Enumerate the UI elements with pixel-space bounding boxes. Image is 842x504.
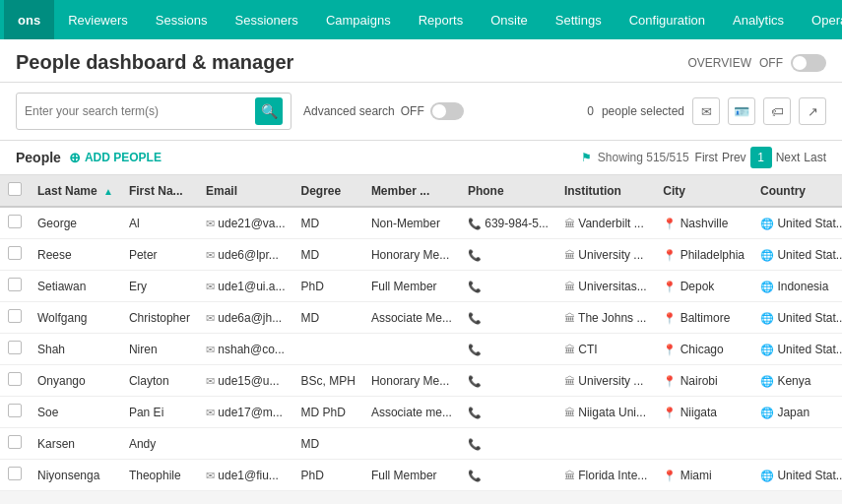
row-checkbox[interactable] <box>8 215 22 228</box>
nav-item-reviewers[interactable]: Reviewers <box>54 0 142 39</box>
row-checkbox[interactable] <box>8 467 22 480</box>
row-member: Associate Me... <box>363 302 460 334</box>
row-checkbox[interactable] <box>8 372 22 386</box>
pagination-first[interactable]: First <box>695 151 718 164</box>
row-member <box>363 428 460 460</box>
row-firstname: Niren <box>121 334 198 365</box>
phone-icon: 📞 <box>468 470 482 481</box>
row-checkbox-cell[interactable] <box>0 334 30 365</box>
advanced-search-label: Advanced search <box>303 104 395 118</box>
overview-toggle-switch[interactable] <box>791 54 826 72</box>
phone-icon: 📞 <box>468 218 482 229</box>
row-lastname: Onyango <box>30 365 121 397</box>
row-checkbox-cell[interactable] <box>0 302 30 334</box>
pagination-current[interactable]: 1 <box>750 147 772 168</box>
row-member: Full Member <box>363 271 460 302</box>
institution-icon: 🏛 <box>564 249 575 261</box>
institution-icon: 🏛 <box>564 312 575 324</box>
row-checkbox[interactable] <box>8 341 22 354</box>
search-button[interactable]: 🔍 <box>255 97 283 125</box>
email-icon: ✉ <box>206 375 215 387</box>
col-header-degree[interactable]: Degree <box>293 175 363 207</box>
row-checkbox[interactable] <box>8 309 22 323</box>
row-firstname: Pan Ei <box>121 397 198 428</box>
col-header-member[interactable]: Member ... <box>363 175 460 207</box>
nav-item-configuration[interactable]: Configuration <box>615 0 719 39</box>
row-institution <box>556 428 655 460</box>
row-checkbox-cell[interactable] <box>0 365 30 397</box>
row-institution: 🏛 University ... <box>556 239 655 271</box>
nav-item-operation[interactable]: Operation <box>798 0 842 39</box>
select-all-checkbox[interactable] <box>8 182 22 196</box>
row-checkbox-cell[interactable] <box>0 460 30 491</box>
nav-item-onsite[interactable]: Onsite <box>477 0 542 39</box>
row-checkbox[interactable] <box>8 246 22 260</box>
export-icon: ↗ <box>808 104 818 119</box>
pin-icon: 📍 <box>663 470 677 481</box>
row-firstname: Clayton <box>121 365 198 397</box>
row-phone: 📞 <box>460 397 556 428</box>
id-card-button[interactable]: 🪪 <box>728 97 755 125</box>
add-people-button[interactable]: ⊕ ADD PEOPLE <box>69 150 162 165</box>
row-checkbox[interactable] <box>8 435 22 449</box>
email-selected-button[interactable]: ✉ <box>692 97 720 125</box>
row-city: 📍 Miami <box>655 460 752 491</box>
col-header-institution[interactable]: Institution <box>556 175 655 207</box>
pin-icon: 📍 <box>663 249 677 261</box>
phone-icon: 📞 <box>468 312 482 324</box>
pagination-next[interactable]: Next <box>776 151 801 164</box>
row-degree: MD <box>293 302 363 334</box>
row-degree: BSc, MPH <box>293 365 363 397</box>
row-phone: 📞 <box>460 334 556 365</box>
row-checkbox-cell[interactable] <box>0 428 30 460</box>
search-input[interactable] <box>25 104 255 118</box>
row-email: ✉ ude17@m... <box>198 397 293 428</box>
advanced-search-toggle-label: OFF <box>401 104 424 118</box>
institution-icon: 🏛 <box>564 407 575 418</box>
col-header-city[interactable]: City <box>655 175 752 207</box>
row-city <box>655 428 752 460</box>
col-header-phone[interactable]: Phone <box>460 175 556 207</box>
col-header-firstname[interactable]: First Na... <box>121 175 198 207</box>
row-checkbox-cell[interactable] <box>0 239 30 271</box>
row-phone: 📞 <box>460 365 556 397</box>
nav-item-analytics[interactable]: Analytics <box>719 0 798 39</box>
col-header-lastname[interactable]: Last Name ▲ <box>30 175 121 207</box>
col-header-email[interactable]: Email <box>198 175 293 207</box>
flag-icon: ⚑ <box>581 151 592 164</box>
row-checkbox-cell[interactable] <box>0 397 30 428</box>
pin-icon: 📍 <box>663 407 677 418</box>
showing-info: ⚑ Showing 515/515 First Prev 1 Next Last <box>581 147 826 168</box>
row-phone: 📞 <box>460 460 556 491</box>
row-country: 🌐 Japan <box>752 397 842 428</box>
nav-item-sessioners[interactable]: Sessioners <box>222 0 312 39</box>
export-button[interactable]: ↗ <box>799 97 826 125</box>
row-lastname: Setiawan <box>30 271 121 302</box>
advanced-search-toggle[interactable] <box>430 102 464 120</box>
nav-item-ons[interactable]: ons <box>4 0 54 39</box>
nav-item-reports[interactable]: Reports <box>405 0 478 39</box>
nav-item-settings[interactable]: Settings <box>542 0 615 39</box>
nav-item-campaigns[interactable]: Campaigns <box>312 0 405 39</box>
row-checkbox-cell[interactable] <box>0 271 30 302</box>
pagination-last[interactable]: Last <box>804 151 826 164</box>
row-email: ✉ ude1@ui.a... <box>198 271 293 302</box>
row-member: Full Member <box>363 460 460 491</box>
select-all-header[interactable] <box>0 175 30 207</box>
pagination-prev[interactable]: Prev <box>722 151 746 164</box>
nav-item-sessions[interactable]: Sessions <box>142 0 222 39</box>
row-firstname: Andy <box>121 428 198 460</box>
page-header: People dashboard & manager OVERVIEW OFF <box>0 39 842 83</box>
row-checkbox[interactable] <box>8 404 22 417</box>
col-header-country[interactable]: Country <box>752 175 842 207</box>
row-checkbox-cell[interactable] <box>0 207 30 239</box>
row-lastname: Wolfgang <box>30 302 121 334</box>
row-firstname: Theophile <box>121 460 198 491</box>
row-checkbox[interactable] <box>8 278 22 291</box>
row-country: 🌐 Indonesia <box>752 271 842 302</box>
table-row: Onyango Clayton ✉ ude15@u... BSc, MPH Ho… <box>0 365 842 397</box>
table-row: Karsen Andy MD 📞 <box>0 428 842 460</box>
table-toolbar: People ⊕ ADD PEOPLE ⚑ Showing 515/515 Fi… <box>0 141 842 175</box>
row-lastname: Soe <box>30 397 121 428</box>
tag-button[interactable]: 🏷 <box>763 97 791 125</box>
